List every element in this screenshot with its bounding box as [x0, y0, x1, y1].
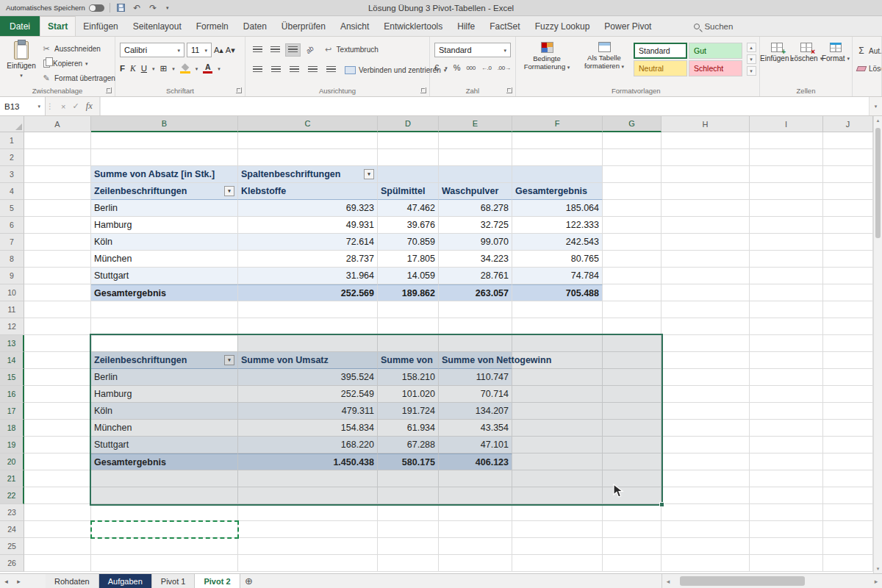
clear-button[interactable]: Lösch...: [857, 65, 882, 73]
row-header-13[interactable]: 13: [0, 335, 24, 352]
cell-F24[interactable]: [512, 521, 603, 538]
cell-A19[interactable]: [24, 437, 91, 453]
row-header-22[interactable]: 22: [0, 487, 24, 504]
cell-I9[interactable]: [750, 268, 823, 284]
thousands-separator-button[interactable]: 000: [466, 65, 475, 71]
cell-C2[interactable]: [238, 149, 378, 166]
row-header-14[interactable]: 14: [0, 352, 24, 369]
cell-style-standard[interactable]: Standard: [634, 43, 687, 59]
cell-F6[interactable]: 122.333: [512, 217, 603, 234]
row-header-5[interactable]: 5: [0, 200, 24, 217]
row-header-15[interactable]: 15: [0, 369, 24, 386]
cell-H18[interactable]: [662, 420, 750, 437]
row-header-10[interactable]: 10: [0, 284, 24, 301]
cell-I3[interactable]: [750, 166, 823, 183]
cell-I24[interactable]: [750, 521, 823, 538]
row-header-20[interactable]: 20: [0, 453, 24, 470]
cell-A24[interactable]: [24, 521, 91, 538]
cell-E9[interactable]: 28.761: [439, 268, 512, 284]
cell-A26[interactable]: [24, 555, 91, 572]
cell-E18[interactable]: 43.354: [439, 420, 512, 437]
vertical-scroll-thumb[interactable]: [875, 128, 881, 238]
enter-icon[interactable]: ✓: [72, 101, 79, 111]
cell-G23[interactable]: [603, 504, 662, 521]
ribbon-tab-seitenlayout[interactable]: Seitenlayout: [126, 16, 189, 36]
shrink-font-button[interactable]: A▾: [226, 46, 235, 55]
formula-bar-handle[interactable]: ⋮: [46, 97, 54, 115]
cell-C3[interactable]: Spaltenbeschriftungen▾: [238, 166, 378, 183]
cell-H24[interactable]: [662, 521, 750, 538]
align-middle-button[interactable]: [268, 43, 283, 57]
cell-H9[interactable]: [662, 268, 750, 284]
cell-I22[interactable]: [750, 487, 823, 504]
cell-style-neutral[interactable]: Neutral: [634, 60, 687, 76]
cell-C8[interactable]: 28.737: [238, 251, 378, 268]
cell-A10[interactable]: [24, 284, 91, 301]
row-header-2[interactable]: 2: [0, 149, 24, 166]
cell-I23[interactable]: [750, 504, 823, 521]
cell-F22[interactable]: [512, 487, 603, 504]
cell-H4[interactable]: [662, 183, 750, 200]
font-size-combo[interactable]: 11 ▾: [187, 43, 212, 57]
cell-I15[interactable]: [750, 369, 823, 386]
ribbon-tab-start[interactable]: Start: [40, 16, 76, 36]
cell-F17[interactable]: [512, 403, 603, 420]
align-right-button[interactable]: [287, 63, 302, 76]
cell-D1[interactable]: [378, 132, 439, 149]
cell-D5[interactable]: 47.462: [378, 200, 439, 217]
cell-B19[interactable]: Stuttgart: [91, 437, 238, 453]
cell-F15[interactable]: [512, 369, 603, 386]
cell-F25[interactable]: [512, 538, 603, 555]
cell-C11[interactable]: [238, 301, 378, 318]
cell-B11[interactable]: [91, 301, 238, 318]
cell-D2[interactable]: [378, 149, 439, 166]
cell-E26[interactable]: [439, 555, 512, 572]
cell-C14[interactable]: Summe von Umsatz: [238, 352, 378, 369]
cell-D21[interactable]: [378, 470, 439, 487]
cell-I4[interactable]: [750, 183, 823, 200]
cell-D26[interactable]: [378, 555, 439, 572]
cell-D18[interactable]: 61.934: [378, 420, 439, 437]
cell-H6[interactable]: [662, 217, 750, 234]
row-header-6[interactable]: 6: [0, 217, 24, 234]
clipboard-dialog-launcher[interactable]: [106, 87, 112, 93]
cell-G2[interactable]: [603, 149, 662, 166]
fill-color-button[interactable]: [180, 64, 190, 74]
cell-B25[interactable]: [91, 538, 238, 555]
sheet-tab-rohdaten[interactable]: Rohdaten: [46, 574, 99, 588]
cell-E17[interactable]: 134.207: [439, 403, 512, 420]
cell-I18[interactable]: [750, 420, 823, 437]
cell-J1[interactable]: [823, 132, 873, 149]
cell-F13[interactable]: [512, 335, 603, 352]
cell-A5[interactable]: [24, 200, 91, 217]
redo-button[interactable]: ↷: [148, 1, 159, 15]
cell-F19[interactable]: [512, 437, 603, 453]
cell-H17[interactable]: [662, 403, 750, 420]
name-box[interactable]: B13 ▾: [0, 97, 46, 115]
cell-C6[interactable]: 49.931: [238, 217, 378, 234]
sheet-tab-pivot-1[interactable]: Pivot 1: [152, 574, 196, 588]
underline-dropdown-icon[interactable]: ▾: [152, 66, 155, 71]
percent-format-button[interactable]: %: [453, 63, 461, 72]
hscroll-right-icon[interactable]: ▸: [870, 578, 882, 585]
new-sheet-button[interactable]: ⊕: [240, 574, 258, 588]
cell-D24[interactable]: [378, 521, 439, 538]
column-header-D[interactable]: D: [378, 116, 439, 132]
cell-I2[interactable]: [750, 149, 823, 166]
ribbon-tab-ansicht[interactable]: Ansicht: [333, 16, 376, 36]
cell-G8[interactable]: [603, 251, 662, 268]
cell-D17[interactable]: 191.724: [378, 403, 439, 420]
row-header-3[interactable]: 3: [0, 166, 24, 183]
cell-H16[interactable]: [662, 386, 750, 403]
cell-D23[interactable]: [378, 504, 439, 521]
cell-D9[interactable]: 14.059: [378, 268, 439, 284]
column-header-B[interactable]: B: [91, 116, 238, 132]
cell-G14[interactable]: [603, 352, 662, 369]
cell-C23[interactable]: [238, 504, 378, 521]
cell-H22[interactable]: [662, 487, 750, 504]
cell-A15[interactable]: [24, 369, 91, 386]
formula-bar-expand-icon[interactable]: ▾: [869, 97, 882, 115]
fill-handle[interactable]: [659, 502, 664, 507]
cell-C24[interactable]: [238, 521, 378, 538]
cell-D14[interactable]: Summe von: [378, 352, 439, 369]
